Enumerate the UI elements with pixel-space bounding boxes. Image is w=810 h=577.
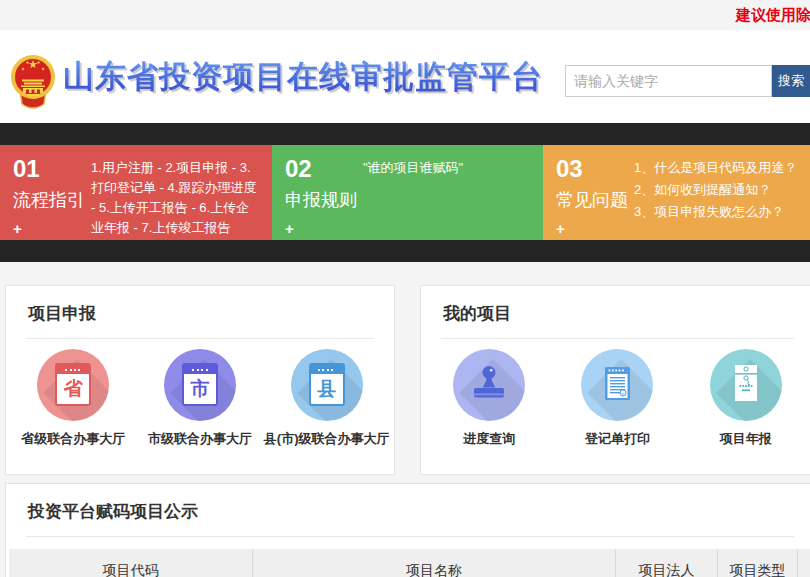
panel-title: 我的项目 bbox=[443, 302, 810, 325]
hall-char: 市 bbox=[184, 374, 216, 403]
process-steps-text: 1.用户注册 - 2.项目申报 - 3.打印登记单 - 4.跟踪办理进度 - 5… bbox=[91, 158, 262, 239]
feature-band-strip: 01 流程指引 + 1.用户注册 - 2.项目申报 - 3.打印登记单 - 4.… bbox=[0, 123, 810, 262]
report-icon bbox=[710, 349, 782, 421]
hall-char: 省 bbox=[57, 374, 89, 403]
divider bbox=[26, 338, 374, 339]
panel-project-declare: 项目申报 省 省级联合办事大厅 市 市级联合办事大厅 bbox=[5, 285, 395, 475]
print-icon bbox=[581, 349, 653, 421]
faq-item[interactable]: 3、项目申报失败怎么办？ bbox=[634, 202, 800, 222]
entry-province-hall[interactable]: 省 省级联合办事大厅 bbox=[10, 349, 137, 448]
entry-label: 县(市)级联合办事大厅 bbox=[263, 430, 390, 448]
province-hall-icon: 省 bbox=[37, 349, 109, 421]
band-title: 申报规则 bbox=[285, 188, 363, 212]
hall-char: 县 bbox=[311, 374, 343, 403]
band-process-guide: 01 流程指引 + 1.用户注册 - 2.项目申报 - 3.打印登记单 - 4.… bbox=[0, 145, 272, 240]
plus-expand-icon[interactable]: + bbox=[13, 220, 25, 237]
entry-label: 项目年报 bbox=[682, 430, 810, 448]
band-title: 常见问题 bbox=[556, 188, 634, 212]
search-bar: 搜索 bbox=[565, 65, 810, 97]
entry-label: 进度查询 bbox=[425, 430, 553, 448]
faq-item[interactable]: 2、如何收到提醒通知？ bbox=[634, 180, 800, 200]
entry-city-hall[interactable]: 市 市级联合办事大厅 bbox=[137, 349, 264, 448]
stamp-icon bbox=[453, 349, 525, 421]
entry-progress-query[interactable]: 进度查询 bbox=[425, 349, 553, 448]
rule-quote-text: "谁的项目谁赋码" bbox=[363, 158, 533, 178]
entry-annual-report[interactable]: 项目年报 bbox=[682, 349, 810, 448]
panel-title: 投资平台赋码项目公示 bbox=[28, 500, 810, 523]
county-hall-icon: 县 bbox=[291, 349, 363, 421]
entry-label: 省级联合办事大厅 bbox=[10, 430, 137, 448]
city-hall-icon: 市 bbox=[164, 349, 236, 421]
band-number: 02 bbox=[285, 157, 363, 181]
browser-notice: 建议使用除 bbox=[736, 6, 810, 25]
panel-publicity: 投资平台赋码项目公示 项目代码 项目名称 项目法人 项目类型 bbox=[5, 483, 810, 577]
column-header-clipped bbox=[798, 549, 810, 577]
column-header-project-code: 项目代码 bbox=[9, 549, 253, 577]
band-number: 03 bbox=[556, 157, 634, 181]
entry-registration-print[interactable]: 登记单打印 bbox=[553, 349, 681, 448]
national-emblem-logo bbox=[10, 52, 56, 112]
site-title: 山东省投资项目在线审批监管平台 bbox=[63, 56, 543, 98]
entry-county-hall[interactable]: 县 县(市)级联合办事大厅 bbox=[263, 349, 390, 448]
plus-expand-icon[interactable]: + bbox=[285, 220, 297, 237]
band-title: 流程指引 bbox=[13, 188, 91, 212]
feature-bands: 01 流程指引 + 1.用户注册 - 2.项目申报 - 3.打印登记单 - 4.… bbox=[0, 145, 810, 240]
search-input[interactable] bbox=[565, 65, 772, 97]
search-button[interactable]: 搜索 bbox=[772, 65, 810, 97]
band-declare-rules: 02 申报规则 + "谁的项目谁赋码" bbox=[272, 145, 543, 240]
column-header-project-type: 项目类型 bbox=[718, 549, 798, 577]
plus-expand-icon[interactable]: + bbox=[556, 220, 568, 237]
topbar: 建议使用除 bbox=[0, 0, 810, 30]
band-faq: 03 常见问题 + 1、什么是项目代码及用途？ 2、如何收到提醒通知？ 3、项目… bbox=[543, 145, 810, 240]
site-header: 山东省投资项目在线审批监管平台 搜索 bbox=[0, 30, 810, 123]
divider bbox=[441, 338, 794, 339]
table-header-row: 项目代码 项目名称 项目法人 项目类型 bbox=[9, 549, 810, 577]
column-header-project-name: 项目名称 bbox=[253, 549, 616, 577]
column-header-project-legal-person: 项目法人 bbox=[616, 549, 718, 577]
faq-item[interactable]: 1、什么是项目代码及用途？ bbox=[634, 158, 800, 178]
entry-label: 市级联合办事大厅 bbox=[137, 430, 264, 448]
band-number: 01 bbox=[13, 157, 91, 181]
divider bbox=[26, 536, 794, 537]
entry-label: 登记单打印 bbox=[553, 430, 681, 448]
panel-my-projects: 我的项目 进度查询 bbox=[420, 285, 810, 475]
panel-title: 项目申报 bbox=[28, 302, 394, 325]
